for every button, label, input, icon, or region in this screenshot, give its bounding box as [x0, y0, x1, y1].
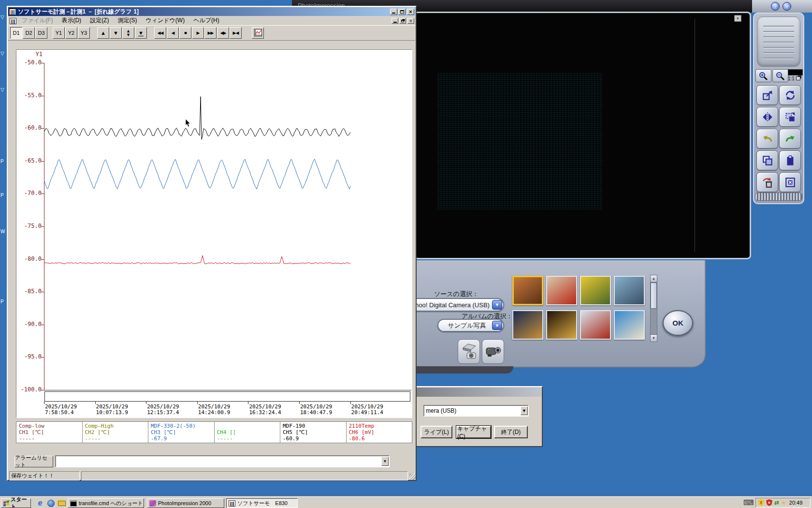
mdi-restore-button[interactable]	[399, 18, 406, 24]
dialog-button-2[interactable]: キャプチャ(C)	[456, 426, 491, 438]
zoom-preview-box	[788, 69, 803, 75]
thumbnail-city-night[interactable]	[512, 310, 543, 340]
copy-button[interactable]	[756, 150, 778, 170]
security-warning-shield-icon[interactable]: ×	[766, 499, 772, 506]
resize-grip[interactable]	[409, 474, 416, 480]
thumbnail-harbor[interactable]	[614, 276, 645, 305]
thumbnail-lighthouse-ship[interactable]	[580, 310, 611, 340]
measurement-window-titlebar[interactable]: ソフトサーモ計測－計測1 － [折れ線グラフ 1] ×	[8, 7, 415, 16]
capture-dialog-titlebar[interactable]	[410, 388, 541, 397]
tool-panel-grip[interactable]	[757, 16, 800, 67]
start-button[interactable]: スタート	[1, 498, 31, 508]
maximize-button[interactable]	[398, 9, 406, 15]
chevron-down-icon[interactable]: ▼	[492, 321, 502, 330]
toolbar-stop-icon[interactable]: ■	[179, 27, 191, 39]
mirror-button[interactable]	[756, 107, 778, 127]
toolbar-Y3[interactable]: Y3	[78, 27, 90, 39]
album-select-dropdown[interactable]: サンプル写真 ▼	[437, 319, 504, 332]
toolbar-step-back-icon[interactable]: ◀	[167, 27, 179, 39]
desktop-icon-fragment[interactable]: P	[0, 159, 4, 164]
chart-series	[44, 63, 411, 390]
toolbar-fast-rewind-icon[interactable]: ◀◀	[154, 27, 166, 39]
scroll-up-arrow[interactable]: ▲	[651, 275, 657, 283]
delete-trash-button[interactable]	[756, 172, 778, 192]
toolbar-D2[interactable]: D2	[23, 27, 35, 39]
thumbnail-scrollbar[interactable]: ▲ ▼	[650, 275, 657, 342]
quicklaunch-folder-icon[interactable]	[58, 501, 66, 506]
chevron-down-icon[interactable]: ▼	[381, 457, 389, 466]
star-icon[interactable]: ★	[781, 499, 786, 506]
toolbar-scroll-to-end-icon[interactable]: ▼	[135, 27, 147, 39]
rotate-button[interactable]	[779, 85, 801, 105]
taskbar-task-cmd[interactable]: transfile.cmd へのショート...	[68, 498, 144, 508]
quicklaunch-globe-icon[interactable]	[47, 500, 55, 507]
desktop-icon-fragment[interactable]: ▽	[0, 87, 4, 92]
minimize-button[interactable]	[390, 9, 397, 15]
desktop-icon-fragment[interactable]: P	[0, 299, 4, 304]
thumbnail-red-bird[interactable]	[546, 276, 577, 305]
chevron-down-icon[interactable]: ▼	[492, 300, 502, 310]
thumbnail-yellow-flowers[interactable]	[580, 276, 611, 305]
zoom-out-button[interactable]	[772, 69, 788, 82]
desktop-icon-fragment[interactable]: W	[0, 229, 5, 234]
scroll-down-arrow[interactable]: ▼	[651, 334, 657, 342]
preview-close-icon[interactable]: ×	[734, 15, 741, 22]
cascade-icon[interactable]	[796, 76, 800, 80]
acquire-scanner-button[interactable]	[458, 339, 480, 364]
remove-button[interactable]	[779, 172, 801, 192]
thumbnail-rock-spires[interactable]	[512, 276, 543, 305]
chevron-down-icon[interactable]: ▼	[521, 406, 528, 415]
capture-source-combobox[interactable]: mera (USB) ▼	[423, 405, 529, 417]
desktop-icon-fragment[interactable]: P	[0, 193, 4, 198]
desktop-icon-fragment[interactable]: ▽	[0, 51, 4, 56]
toolbar-scroll-down-icon[interactable]: ▼	[110, 27, 122, 39]
mdi-close-button[interactable]: ×	[407, 18, 414, 24]
alarm-reset-button[interactable]: アラームリセット	[14, 456, 53, 467]
scroll-range-box[interactable]	[44, 391, 410, 402]
toolbar-graph-settings-icon[interactable]	[252, 27, 264, 39]
toolbar-scroll-up-icon[interactable]: ▲	[97, 27, 109, 39]
quicklaunch-ie-icon[interactable]: e	[36, 499, 44, 508]
taskbar-task-photo[interactable]: PhotoImpression 2000	[147, 498, 224, 508]
toolbar-Y1[interactable]: Y1	[53, 27, 65, 39]
dialog-button-1[interactable]: ライブ(L)	[420, 426, 452, 438]
close-icon[interactable]: ×	[783, 2, 791, 11]
thumbnail-beach-sky[interactable]	[614, 310, 645, 340]
toolbar-step-forward-icon[interactable]: ▶	[192, 27, 204, 39]
toolbar-scroll-expand-icon[interactable]: ▲▼	[122, 27, 134, 39]
toolbar-D1[interactable]: D1	[10, 27, 22, 39]
help-button[interactable]: ?	[771, 2, 780, 11]
close-button[interactable]: ×	[407, 9, 414, 15]
free-rotate-button[interactable]	[779, 107, 801, 127]
redo-button[interactable]	[779, 129, 801, 149]
mdi-minimize-button[interactable]	[392, 18, 398, 24]
tool-panel-bottom-grip[interactable]	[755, 193, 802, 201]
menu-設定(Z)[interactable]: 設定(Z)	[86, 15, 113, 26]
desktop-icon-fragment[interactable]: ▽	[0, 15, 4, 20]
system-tray: ! × ⇄ ★ 20:49	[755, 498, 811, 508]
toolbar-fast-forward-icon[interactable]: ▶▶	[204, 27, 217, 39]
acquire-video-button[interactable]	[482, 339, 504, 364]
update-icon[interactable]: ⇄	[774, 499, 779, 506]
scroll-thumb[interactable]	[651, 283, 657, 309]
taskbar-task-thermo[interactable]: ソフトサーモ E830	[226, 498, 298, 508]
toolbar-compress-horizontal-icon[interactable]: ▶◀	[230, 27, 242, 39]
menu-表示(D)[interactable]: 表示(D)	[57, 15, 86, 26]
menu-ファイル(F)[interactable]: ファイル(F)	[17, 15, 57, 26]
toolbar-expand-horizontal-icon[interactable]: ◀▶	[217, 27, 229, 39]
dialog-button-3[interactable]: 終了(D)	[494, 426, 528, 438]
input-method-keyboard-icon[interactable]: ⌨	[743, 499, 754, 507]
undo-button[interactable]	[756, 129, 778, 149]
paste-button[interactable]	[779, 150, 801, 170]
zoom-in-button[interactable]	[755, 69, 771, 82]
ok-button[interactable]: OK	[663, 310, 693, 336]
menu-測定(S)[interactable]: 測定(S)	[113, 15, 141, 26]
alarm-combobox[interactable]: ▼	[55, 455, 390, 467]
menu-ウィンドウ(W)[interactable]: ウィンドウ(W)	[141, 15, 189, 26]
toolbar-D3[interactable]: D3	[35, 27, 47, 39]
resize-button[interactable]	[756, 85, 778, 105]
security-alert-shield-icon[interactable]: !	[758, 499, 764, 506]
menu-ヘルプ(H)[interactable]: ヘルプ(H)	[189, 15, 224, 26]
toolbar-Y2[interactable]: Y2	[65, 27, 77, 39]
thumbnail-light-spiral[interactable]	[546, 310, 577, 340]
